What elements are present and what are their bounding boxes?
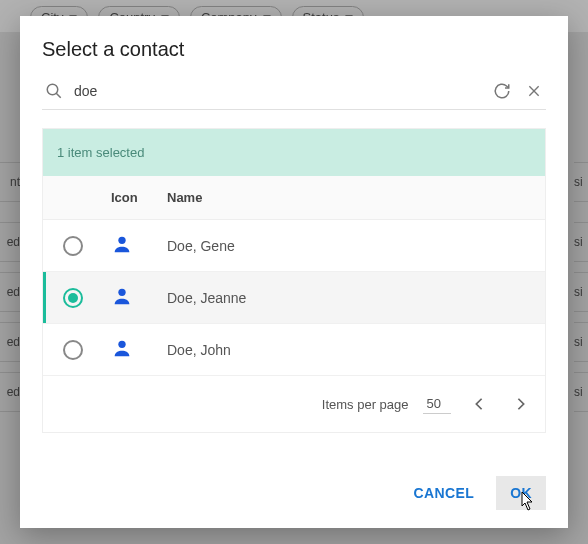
svg-line-1 <box>56 93 61 98</box>
bg-left-cell: nt <box>0 162 20 202</box>
table-header: Icon Name <box>43 176 545 220</box>
select-contact-modal: Select a contact 1 item selected Icon Na… <box>20 16 568 528</box>
radio-button[interactable] <box>63 288 83 308</box>
search-row <box>42 79 546 110</box>
svg-point-6 <box>118 341 125 348</box>
refresh-button[interactable] <box>490 79 514 103</box>
modal-title: Select a contact <box>20 16 568 69</box>
pagination: Items per page 50 <box>43 376 545 432</box>
bg-left-cell: ed <box>0 222 20 262</box>
person-icon <box>103 337 163 362</box>
next-page-button[interactable] <box>507 390 535 418</box>
bg-left-cell: ed <box>0 372 20 412</box>
contact-name: Doe, John <box>163 342 545 358</box>
person-icon <box>103 233 163 258</box>
contact-name: Doe, Gene <box>163 238 545 254</box>
table-row[interactable]: Doe, Gene <box>43 220 545 272</box>
modal-actions: CANCEL OK <box>20 458 568 528</box>
col-radio-header <box>43 190 103 205</box>
items-per-page-label: Items per page <box>322 397 409 412</box>
person-icon <box>103 285 163 310</box>
radio-button[interactable] <box>63 340 83 360</box>
radio-button[interactable] <box>63 236 83 256</box>
bg-right-cell: si <box>574 272 588 312</box>
results-box: 1 item selected Icon Name Doe, Gene Doe,… <box>42 128 546 433</box>
bg-right-cell: si <box>574 162 588 202</box>
bg-left-cell: ed <box>0 322 20 362</box>
cancel-button[interactable]: CANCEL <box>399 476 488 510</box>
col-icon-header: Icon <box>103 190 163 205</box>
selection-bar: 1 item selected <box>43 129 545 176</box>
contact-name: Doe, Jeanne <box>163 290 545 306</box>
page-size-select[interactable]: 50 <box>423 394 451 414</box>
table-row[interactable]: Doe, Jeanne <box>43 272 545 324</box>
svg-point-0 <box>47 84 58 95</box>
table-row[interactable]: Doe, John <box>43 324 545 376</box>
svg-point-4 <box>118 237 125 244</box>
svg-point-5 <box>118 289 125 296</box>
ok-button[interactable]: OK <box>496 476 546 510</box>
col-name-header: Name <box>163 190 545 205</box>
clear-button[interactable] <box>522 79 546 103</box>
page-size-value: 50 <box>427 396 441 411</box>
search-input[interactable] <box>74 79 482 103</box>
bg-right-cell: si <box>574 372 588 412</box>
prev-page-button[interactable] <box>465 390 493 418</box>
bg-right-cell: si <box>574 222 588 262</box>
bg-left-cell: ed <box>0 272 20 312</box>
search-icon <box>42 79 66 103</box>
bg-right-cell: si <box>574 322 588 362</box>
